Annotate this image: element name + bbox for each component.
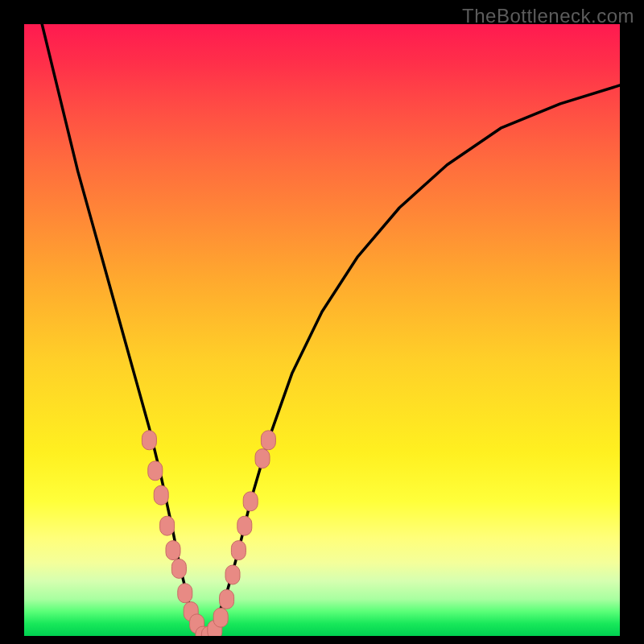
bottleneck-curve-path [42, 24, 620, 636]
points-group [142, 431, 275, 636]
data-point [220, 589, 234, 609]
data-point [171, 559, 186, 578]
data-point [178, 584, 192, 603]
watermark-text: TheBottleneck.com [462, 5, 634, 27]
data-point [154, 485, 168, 505]
data-point [160, 516, 175, 535]
curve-group [42, 24, 620, 636]
bottleneck-curve-svg [24, 24, 620, 636]
chart-frame: TheBottleneck.com [0, 0, 644, 644]
data-point [148, 461, 163, 481]
data-point [166, 541, 180, 560]
data-point [255, 449, 270, 469]
data-point [261, 431, 275, 450]
data-point [225, 565, 240, 584]
data-point [237, 516, 252, 535]
data-point [231, 541, 246, 560]
data-point [243, 492, 258, 511]
data-point [142, 431, 156, 450]
plot-area [24, 24, 620, 636]
data-point [213, 608, 228, 627]
